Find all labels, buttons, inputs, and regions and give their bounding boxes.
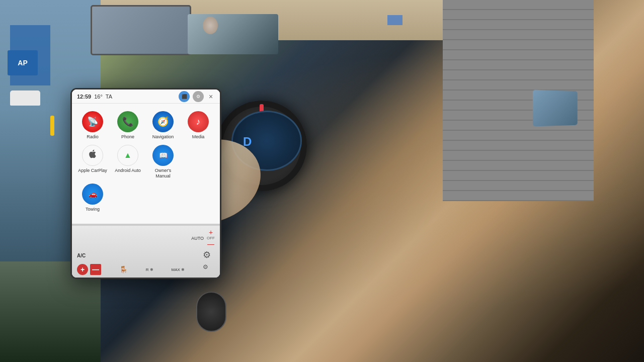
- nav-symbol: 🧭: [157, 116, 169, 127]
- windshield-sticker: [387, 15, 403, 25]
- android-auto-icon: ▲: [117, 145, 138, 166]
- owners-manual-icon: 📖: [152, 145, 174, 166]
- seat-heat-icon[interactable]: 🪑: [119, 265, 128, 274]
- hvac-middle-controls: A/C ⚙: [77, 249, 215, 261]
- apple-carplay-app[interactable]: Apple CarPlay: [77, 145, 108, 179]
- phone-app[interactable]: 📞 Phone: [112, 111, 143, 140]
- screen-content: 12:59 16° TA ⬛ ⚙ ×: [72, 89, 220, 278]
- app-row-2: Apple CarPlay ▲ Android Auto 📖 Owner's M…: [77, 145, 215, 179]
- apple-carplay-icon: [82, 145, 103, 166]
- manual-symbol: 📖: [159, 151, 168, 159]
- owners-manual-label: Owner's Manual: [147, 168, 179, 179]
- radio-app[interactable]: 📡 Radio: [77, 111, 108, 140]
- phone-label: Phone: [121, 134, 134, 140]
- rear-fan-icon[interactable]: ⚙: [203, 263, 215, 276]
- status-bar: 12:59 16° TA ⬛ ⚙ ×: [72, 89, 220, 104]
- phone-symbol: 📞: [122, 116, 133, 127]
- status-icons-area: ⬛ ⚙ ×: [179, 91, 215, 102]
- clock-display: 12:59: [77, 94, 91, 100]
- apple-carplay-label: Apple CarPlay: [78, 168, 107, 173]
- auto-label: AUTO: [191, 236, 204, 241]
- android-symbol: ▲: [124, 151, 132, 160]
- parked-car: [10, 90, 40, 106]
- defrost-label[interactable]: R ❄: [146, 267, 153, 272]
- gear-shifter: [196, 292, 226, 332]
- hvac-top-controls: AUTO + OFF —: [77, 229, 215, 247]
- settings-icon[interactable]: ⚙: [193, 91, 204, 102]
- app-menu: 📡 Radio 📞 Phone 🧭 Navi: [72, 104, 220, 224]
- status-ta: TA: [106, 94, 112, 100]
- ac-label: A/C: [77, 253, 86, 258]
- fan-icon[interactable]: ⚙: [203, 249, 215, 261]
- towing-icon: 🚗: [82, 184, 103, 205]
- owners-manual-app[interactable]: 📖 Owner's Manual: [147, 145, 179, 179]
- media-icon: ♪: [188, 111, 209, 132]
- media-label: Media: [192, 134, 205, 140]
- left-temp-decrease[interactable]: —: [90, 264, 101, 275]
- ac-section: A/C: [77, 253, 86, 258]
- radio-icon: 📡: [82, 111, 103, 132]
- towing-app[interactable]: 🚗 Towing: [77, 184, 108, 212]
- radio-label: Radio: [87, 134, 99, 140]
- navigation-icon: 🧭: [152, 111, 174, 132]
- mirror-reflection: [188, 14, 278, 54]
- main-scene: AP 12:59 16° TA: [0, 0, 644, 362]
- close-button[interactable]: ×: [207, 93, 215, 101]
- max-label: MAX ❄: [172, 267, 185, 272]
- ap-sign-text: AP: [18, 59, 27, 67]
- temperature-display: 16°: [94, 94, 103, 100]
- media-symbol: ♪: [196, 117, 201, 127]
- android-auto-label: Android Auto: [115, 168, 141, 173]
- media-app[interactable]: ♪ Media: [183, 111, 214, 140]
- ap-sign: AP: [8, 50, 38, 75]
- side-mirror: [533, 90, 578, 127]
- left-temp-increase[interactable]: +: [77, 264, 88, 275]
- bollard: [50, 116, 54, 136]
- navigation-label: Navigation: [152, 134, 174, 140]
- temp-increase-button[interactable]: +: [209, 229, 213, 236]
- android-auto-app[interactable]: ▲ Android Auto: [112, 145, 143, 179]
- app-row-1: 📡 Radio 📞 Phone 🧭 Navi: [77, 111, 215, 140]
- phone-icon: 📞: [117, 111, 138, 132]
- temp-decrease-button[interactable]: —: [207, 240, 214, 247]
- monitor-icon[interactable]: ⬛: [179, 91, 190, 102]
- hvac-bottom-controls: + — 🪑 R ❄ MAX ❄ ⚙: [77, 263, 215, 276]
- navigation-app[interactable]: 🧭 Navigation: [147, 111, 179, 140]
- towing-label: Towing: [86, 207, 100, 212]
- rearview-mirror: [91, 5, 191, 55]
- towing-symbol: 🚗: [89, 190, 97, 198]
- hvac-panel: AUTO + OFF — A/C ⚙ + —: [72, 225, 220, 278]
- apple-symbol: [88, 149, 98, 161]
- left-temp-controls: + —: [77, 264, 101, 275]
- right-temp-control: + OFF —: [207, 229, 215, 247]
- app-row-3: 🚗 Towing: [77, 184, 215, 212]
- infotainment-screen[interactable]: 12:59 16° TA ⬛ ⚙ ×: [70, 88, 221, 279]
- radio-symbol: 📡: [87, 116, 98, 127]
